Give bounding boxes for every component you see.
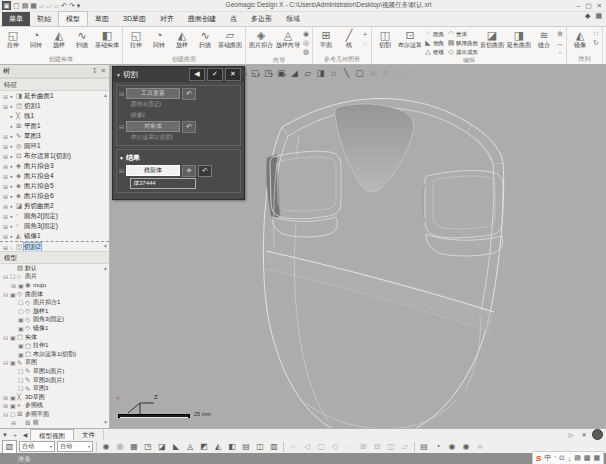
new-file-icon[interactable]: ▢ [13, 1, 20, 11]
sweep-surface-button[interactable]: ∿扫描 [194, 28, 216, 49]
revolve-solid-button[interactable]: ◔回转 [25, 28, 47, 49]
filter-region-icon[interactable]: ◳ [142, 441, 154, 453]
model-item[interactable]: ▣◇镜像1 [0, 324, 109, 333]
user-icon[interactable]: ◉ [446, 441, 458, 453]
collapse-icon[interactable]: ⊟ [119, 123, 124, 130]
feature-item[interactable]: ⊞●◜圆角2(固定) [0, 211, 109, 221]
close-button[interactable]: ✕ [597, 1, 602, 11]
loft-surface-button[interactable]: ◭放样 [171, 28, 193, 49]
sew-button[interactable]: ≋缝合 [533, 28, 555, 49]
mesh-fit-button[interactable]: ◈面片拟合 [248, 28, 274, 49]
tab-领域[interactable]: 领域 [279, 12, 307, 26]
display-mode-icon[interactable]: ▣▾ [275, 68, 288, 78]
checkbox-icon[interactable]: ☐ [10, 273, 17, 280]
revolve-surface-button[interactable]: ◔回转 [148, 28, 170, 49]
view-list-icon[interactable]: ▤ [418, 441, 430, 453]
scroll-arrow-icon[interactable]: ▲ [103, 265, 108, 271]
model-item[interactable]: ☐◇放样1 [0, 307, 109, 316]
filter-body-icon[interactable]: ◧ [226, 441, 238, 453]
checkbox-icon[interactable]: ▣ [18, 325, 25, 332]
feature-item[interactable]: ●⊞平面1 [0, 121, 109, 131]
tab-对齐[interactable]: 对齐 [153, 12, 181, 26]
checkbox-icon[interactable]: ▣ [10, 402, 17, 409]
extrude-solid-button[interactable]: ◱拉伸 [2, 28, 24, 49]
tab-草图[interactable]: 草图 [88, 12, 116, 26]
plane-xy-icon[interactable]: ◢ [288, 68, 301, 78]
tab-模型[interactable]: 模型 [58, 11, 88, 26]
feature-item[interactable]: ⊞○◫切割2 [0, 241, 109, 251]
ref-line-button[interactable]: ╱线 [338, 28, 360, 49]
checkbox-icon[interactable]: ▣ [18, 316, 25, 323]
primitive-surface-button[interactable]: ▱基础曲面 [217, 28, 243, 49]
model-item[interactable]: ⊞▣+参照线 [0, 402, 109, 411]
skin-icon[interactable]: ▩ [584, 454, 591, 462]
features-section-header[interactable]: 特征 [0, 78, 109, 91]
shell-button[interactable]: ◠壳体 [447, 30, 478, 38]
tab-曲面创建[interactable]: 曲面创建 [181, 12, 223, 26]
line-tool-icon[interactable]: ╲ [340, 68, 353, 78]
expander-icon[interactable]: ⊟ [3, 411, 10, 418]
loft-solid-button[interactable]: ◭放样 [48, 28, 70, 49]
save-icon[interactable]: ▦ [30, 1, 37, 11]
checkbox-icon[interactable]: ▣ [18, 342, 25, 349]
model-item[interactable]: ⊟☐○面片 [0, 273, 109, 282]
expander-icon[interactable]: ⊞ [3, 213, 10, 220]
auto-select-combo-2[interactable]: 自动▾ [57, 441, 93, 452]
scroll-arrow-icon[interactable]: ▼ [103, 419, 108, 425]
feature-item[interactable]: ⊞●◎圆环1 [0, 141, 109, 151]
highlight-button[interactable]: ✳ [182, 165, 196, 177]
model-item[interactable]: ☐✎草图1(面片) [0, 367, 109, 376]
open-file-icon[interactable]: ▤ [22, 1, 29, 11]
extrude-surface-button[interactable]: ◱拉伸 [125, 28, 147, 49]
close-view-icon[interactable]: ✕ [579, 431, 589, 438]
input-mode-icon[interactable]: 中 [544, 453, 551, 463]
tab-菜单[interactable]: 菜单 [2, 12, 30, 26]
expander-icon[interactable]: ⊟ [3, 273, 10, 280]
orbit-tool-icon[interactable]: ◎▾ [236, 68, 249, 78]
expander-icon[interactable]: ⊞ [3, 402, 10, 409]
trim-surface-button[interactable]: ◪剪切曲面 [479, 28, 505, 49]
checkbox-icon[interactable]: ☐ [18, 368, 25, 375]
filter-half-icon[interactable]: ◩ [198, 441, 210, 453]
sogou-logo-icon[interactable]: S [536, 454, 541, 463]
diamond-icon[interactable]: ◆ [585, 12, 590, 20]
view-box-icon[interactable]: ◱▾ [249, 68, 262, 78]
plane-yz-icon[interactable]: ▱ [301, 68, 314, 78]
expander-icon[interactable]: ⊞ [3, 153, 10, 160]
model-item[interactable]: ☐◇面片拟合1 [0, 298, 109, 307]
remaining-body-field[interactable]: 残留体 [126, 165, 180, 176]
expander-icon[interactable]: ⊞ [3, 244, 10, 251]
fillet-button[interactable]: ◜圆角 [424, 30, 444, 38]
model-item[interactable]: ⊟☐⊞参照平面 [0, 410, 109, 419]
home-view-icon[interactable]: ⌂ [327, 68, 340, 78]
dialog-back-button[interactable]: ◀ [189, 68, 205, 81]
maximize-button[interactable]: ▢ [585, 1, 591, 11]
checkbox-icon[interactable]: ☐ [18, 299, 25, 306]
redo-icon[interactable]: ↷ [69, 1, 75, 11]
model-item[interactable]: ▨默认 [0, 264, 109, 273]
plane-zx-icon[interactable]: ◨ [314, 68, 327, 78]
expander-icon[interactable]: ⊞ [3, 394, 10, 401]
pin-icon[interactable]: ↧ [92, 67, 97, 75]
expander-icon[interactable]: ⊞ [3, 203, 10, 210]
checkbox-icon[interactable]: ☐ [18, 308, 25, 315]
boolean-button[interactable]: ⊡布尔运算 [397, 28, 423, 49]
auto-select-combo-1[interactable]: 自动▾ [19, 441, 55, 452]
mirror-button[interactable]: ◭镜像 [569, 28, 591, 49]
record-button[interactable]: ● [592, 429, 603, 440]
model-item[interactable]: ⊞▣◉muju [0, 281, 109, 290]
model-item[interactable]: ▣▢布尔运算1(切割) [0, 350, 109, 359]
add-view-icon[interactable]: + [10, 432, 20, 438]
scroll-arrow-icon[interactable]: ▼ [103, 243, 108, 249]
ref-plane-button[interactable]: ⊞平面 [315, 28, 337, 49]
expander-icon[interactable]: ⊞ [3, 233, 10, 240]
grid-icon[interactable]: ▦ [595, 12, 602, 20]
tool-elements-field[interactable]: 工具要素 [126, 88, 180, 99]
edit-extra-button[interactable]: ◦ [556, 48, 564, 56]
scroll-right-icon[interactable]: ▷ [566, 431, 576, 438]
chamfer-button[interactable]: ◣倒角 [424, 39, 444, 47]
filter-circle-icon[interactable]: ◎ [114, 441, 126, 453]
model-item[interactable]: ⊟▣◇曲面体 [0, 290, 109, 299]
checkbox-icon[interactable]: ▣ [18, 282, 25, 289]
emoji-icon[interactable]: ⊙ [559, 454, 565, 462]
